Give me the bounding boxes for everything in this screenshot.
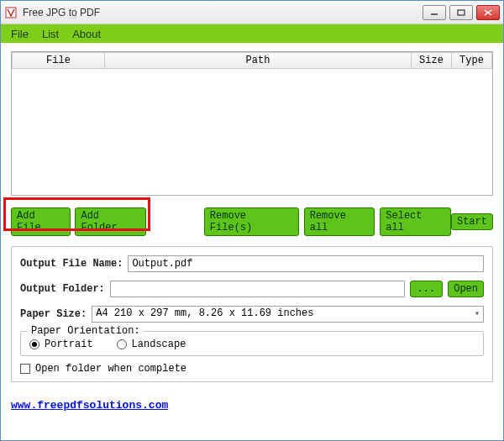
svg-rect-2 xyxy=(458,10,465,15)
column-header-path[interactable]: Path xyxy=(105,53,412,69)
window-title: Free JPG to PDF xyxy=(23,7,423,18)
open-folder-button[interactable]: Open xyxy=(448,281,484,297)
titlebar: Free JPG to PDF xyxy=(1,1,503,24)
radio-icon xyxy=(29,339,39,349)
menubar: File List About xyxy=(1,24,503,43)
maximize-button[interactable] xyxy=(449,5,473,20)
menu-about[interactable]: About xyxy=(67,26,106,42)
open-when-complete-checkbox[interactable]: Open folder when complete xyxy=(20,363,484,375)
column-header-type[interactable]: Type xyxy=(452,53,492,69)
output-folder-label: Output Folder: xyxy=(20,283,105,295)
column-header-file[interactable]: File xyxy=(13,53,105,69)
orientation-fieldset: Paper Orientation: Portrait Landscape xyxy=(20,331,484,356)
settings-panel: Output File Name: Output.pdf Output Fold… xyxy=(11,246,493,382)
paper-size-label: Paper Size: xyxy=(20,308,87,320)
close-button[interactable] xyxy=(476,5,500,20)
remove-all-button[interactable]: Remove all xyxy=(304,207,375,236)
file-table[interactable]: File Path Size Type xyxy=(11,51,493,196)
app-window: Free JPG to PDF File List About File Pat… xyxy=(0,0,504,441)
window-controls xyxy=(423,5,500,20)
app-icon xyxy=(4,6,18,19)
paper-size-select[interactable]: A4 210 x 297 mm, 8.26 x 11.69 inches xyxy=(92,306,484,323)
column-header-size[interactable]: Size xyxy=(412,53,452,69)
content-area: File Path Size Type Add File Add Folder … xyxy=(1,43,503,418)
portrait-radio[interactable]: Portrait xyxy=(29,339,93,350)
remove-files-button[interactable]: Remove File(s) xyxy=(204,207,299,236)
website-link[interactable]: www.freepdfsolutions.com xyxy=(11,399,493,412)
open-when-complete-label: Open folder when complete xyxy=(35,363,186,375)
add-folder-button[interactable]: Add Folder xyxy=(75,207,146,236)
orientation-legend: Paper Orientation: xyxy=(28,325,144,337)
action-button-row: Add File Add Folder Remove File(s) Remov… xyxy=(11,207,493,236)
output-file-label: Output File Name: xyxy=(20,258,123,270)
landscape-label: Landscape xyxy=(132,339,186,350)
checkbox-icon xyxy=(20,364,30,374)
output-file-input[interactable]: Output.pdf xyxy=(128,255,484,272)
menu-list[interactable]: List xyxy=(37,26,64,42)
minimize-button[interactable] xyxy=(423,5,446,20)
start-button[interactable]: Start xyxy=(451,213,493,230)
portrait-label: Portrait xyxy=(45,339,93,350)
select-all-button[interactable]: Select all xyxy=(380,207,451,236)
output-folder-input[interactable] xyxy=(110,281,405,297)
menu-file[interactable]: File xyxy=(6,26,34,42)
add-file-button[interactable]: Add File xyxy=(11,207,71,236)
radio-icon xyxy=(117,339,127,349)
landscape-radio[interactable]: Landscape xyxy=(117,339,186,350)
browse-folder-button[interactable]: ... xyxy=(410,281,444,297)
